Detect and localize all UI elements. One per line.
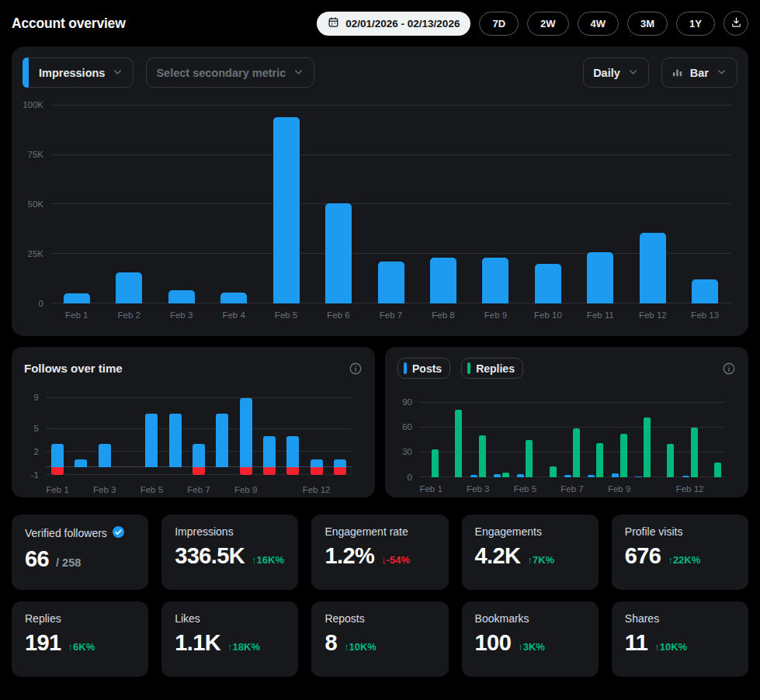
unfollows-bar[interactable] [51,467,64,475]
follows-bar[interactable] [240,398,252,467]
impressions-bar[interactable] [168,290,195,303]
range-7d-button[interactable]: 7D [479,12,519,36]
impressions-bar[interactable] [273,117,300,303]
y-axis-tick: 75K [28,151,43,160]
posts-bar[interactable] [494,474,501,477]
primary-metric-dropdown[interactable]: Impressions [23,57,134,88]
unfollows-bar[interactable] [286,467,299,475]
range-1y-button[interactable]: 1Y [676,12,715,36]
follows-bar[interactable] [286,436,299,467]
follows-bar[interactable] [334,459,346,467]
stat-label-row: Shares [625,612,735,625]
follows-bar[interactable] [263,436,276,467]
range-4w-button[interactable]: 4W [578,12,619,36]
gridline [50,105,731,106]
y-axis-tick: 5 [34,425,39,434]
stat-value: 1.2% [324,543,374,569]
x-axis-tick: Feb 3 [467,484,489,494]
metric-accent-bar [23,57,29,88]
impressions-bar[interactable] [640,233,666,303]
legend-replies-toggle[interactable]: Replies [461,358,523,379]
posts-bar[interactable] [635,476,642,477]
unfollows-bar[interactable] [334,467,346,475]
replies-bar[interactable] [550,466,557,477]
info-icon[interactable] [349,362,363,376]
stat-card-verified-followers: Verified followers 66 / 258 [12,515,148,590]
posts-bar[interactable] [588,475,595,477]
impressions-chart-card: Impressions Select secondary metric Dail… [12,47,748,336]
impressions-bar[interactable] [587,252,613,303]
follows-bar[interactable] [51,444,64,467]
interval-dropdown[interactable]: Daily [583,57,649,88]
stat-label-row: Verified followers [25,525,135,541]
posts-bar[interactable] [682,476,689,477]
posts-bar[interactable] [612,473,619,477]
posts-bar[interactable] [517,474,524,477]
legend-label: Posts [412,362,442,375]
range-2w-button[interactable]: 2W [527,12,569,36]
legend-accent [404,362,407,374]
replies-bar[interactable] [526,440,533,477]
stat-label-row: Engagement rate [324,525,435,538]
download-button[interactable] [724,11,748,36]
impressions-bar[interactable] [378,262,404,303]
follows-bar[interactable] [75,459,87,467]
follows-bar[interactable] [311,459,323,467]
bar-chart-icon [672,66,683,80]
replies-bar[interactable] [714,463,721,477]
replies-bar[interactable] [644,418,651,477]
y-axis-tick: 60 [402,423,412,432]
impressions-bar[interactable] [325,203,352,303]
unfollows-bar[interactable] [193,467,205,475]
posts-bar[interactable] [564,475,571,477]
replies-bar[interactable] [691,428,698,477]
stat-card-engagements: Engagements 4.2K ↑7K% [462,515,599,590]
impressions-bar[interactable] [64,293,90,303]
y-axis-tick: 50K [28,200,43,210]
replies-bar[interactable] [620,434,627,477]
posts-replies-card-header: PostsReplies [397,358,736,379]
follows-bar[interactable] [216,414,228,467]
x-axis-tick: Feb 9 [234,485,257,494]
impressions-bar[interactable] [220,293,247,303]
follows-bar[interactable] [145,414,158,467]
secondary-metric-dropdown[interactable]: Select secondary metric [146,57,314,88]
impressions-bar[interactable] [116,272,142,303]
stat-value: 336.5K [175,543,245,569]
replies-bar[interactable] [479,435,486,477]
stat-label-row: Profile visits [625,525,735,538]
stat-value-row: 8 ↑10K% [324,630,435,656]
chart-type-dropdown[interactable]: Bar [661,57,737,88]
replies-bar[interactable] [432,449,439,477]
unfollows-bar[interactable] [240,467,252,475]
info-icon[interactable] [722,362,736,376]
replies-bar[interactable] [596,443,603,477]
impressions-bar[interactable] [692,279,718,303]
impressions-bar[interactable] [535,264,561,303]
stat-label: Engagement rate [324,525,408,538]
x-axis-tick: Feb 6 [327,310,349,320]
unfollows-bar[interactable] [311,467,323,475]
date-range-picker[interactable]: 02/01/2026 - 02/13/2026 [317,12,470,36]
stat-label: Shares [625,612,659,625]
replies-bar[interactable] [455,410,462,477]
posts-bar[interactable] [470,475,477,477]
x-axis-tick: Feb 10 [534,310,562,320]
legend-posts-toggle[interactable]: Posts [397,358,450,379]
follows-chart-card: Follows over time 952-1Feb 1Feb 3Feb 5Fe… [12,347,375,497]
replies-bar[interactable] [502,473,509,477]
calendar-icon [328,16,339,30]
follows-bar[interactable] [169,414,182,467]
follows-bar[interactable] [193,444,205,467]
follows-bar[interactable] [99,444,111,467]
range-3m-button[interactable]: 3M [627,12,668,36]
x-axis-tick: Feb 3 [93,485,116,494]
stat-card-profile-visits: Profile visits 676 ↑22K% [612,515,748,590]
impressions-bar[interactable] [482,258,508,303]
y-axis-tick: 9 [34,393,39,403]
replies-bar[interactable] [667,444,674,477]
unfollows-bar[interactable] [263,467,276,475]
impressions-bar[interactable] [430,258,456,303]
stat-value: 676 [625,543,661,569]
replies-bar[interactable] [573,428,580,477]
